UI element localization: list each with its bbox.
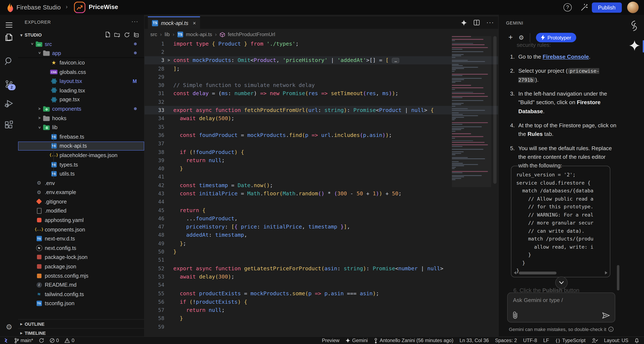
code-line-38[interactable]: 38 if (!foundProduct) { — [145, 148, 498, 156]
code-line-1[interactable]: 1import type { Product } from './types'; — [145, 39, 498, 48]
extensions-icon[interactable] — [0, 118, 18, 132]
code-line-36[interactable]: 36 const foundProduct = mockProducts.fin… — [145, 131, 498, 140]
status-right-antonello-zanini-56-minutes-ago[interactable]: Antonello Zanini (56 minutes ago) — [374, 338, 454, 343]
rules-code-block[interactable]: rules_version = '2'; service cloud.fires… — [511, 166, 610, 277]
code-line-41[interactable]: 41 — [145, 173, 498, 181]
gear-icon[interactable]: ⚙ — [518, 34, 524, 41]
code-line-44[interactable]: 44 — [145, 198, 498, 206]
help-icon[interactable]: ? — [564, 3, 572, 11]
code-line-48[interactable]: 48 addedAt: timestamp, — [145, 231, 498, 239]
file-row-next.config.ts[interactable]: Nnext.config.ts — [18, 243, 144, 253]
code-line-37[interactable]: 37 — [145, 139, 498, 148]
info-icon[interactable] — [608, 327, 614, 332]
status-left-sync-icon[interactable] — [39, 338, 44, 343]
status-right-spaces-2[interactable]: Spaces: 2 — [495, 338, 517, 343]
breadcrumb-src[interactable]: src — [150, 31, 157, 37]
breadcrumb-file[interactable]: mock-api.ts — [186, 31, 212, 37]
code-line-58[interactable]: 58 } — [145, 314, 498, 323]
publish-button[interactable]: Publish — [592, 2, 622, 13]
code-line-47[interactable]: 47 priceHistory: [{ price: initialPrice,… — [145, 223, 498, 231]
gemini-input[interactable]: Ask Gemini or type / — [507, 293, 615, 323]
close-icon[interactable]: × — [193, 20, 196, 26]
split-editor-icon[interactable] — [474, 20, 480, 25]
explorer-icon[interactable] — [0, 30, 18, 44]
fold-icon[interactable]: > — [164, 58, 173, 62]
file-row-.env.example[interactable]: ⚙.env.example — [18, 188, 144, 197]
search-icon[interactable] — [0, 54, 18, 68]
status-right-preview[interactable]: Preview — [322, 338, 339, 343]
code-line-52[interactable]: 52export async function getLatestPriceFo… — [145, 264, 498, 273]
code-line-34[interactable]: 34 await delay(500); — [145, 114, 498, 123]
code-line-53[interactable]: 53 await delay(300); — [145, 273, 498, 281]
collapse-all-icon[interactable] — [134, 32, 139, 38]
file-row-package-lock.json[interactable]: package-lock.json — [18, 253, 144, 262]
code-line-30[interactable]: 30// Simple function to simulate network… — [145, 81, 498, 89]
file-row-layout.tsx[interactable]: layout.tsxM — [18, 76, 144, 86]
new-file-icon[interactable] — [105, 32, 110, 38]
file-row-tsconfig.json[interactable]: TStsconfig.json — [18, 299, 144, 308]
status-right-person-check-icon[interactable] — [592, 338, 598, 343]
code-line-49[interactable]: 49 }; — [145, 239, 498, 248]
chevron-down-icon[interactable]: > — [38, 50, 42, 56]
code-line-57[interactable]: 57 return null; — [145, 306, 498, 314]
new-chat-icon[interactable]: + — [508, 33, 513, 42]
file-row-.gitignore[interactable]: .gitignore — [18, 197, 144, 206]
code-line-35[interactable]: 35 — [145, 123, 498, 131]
status-right-gemini[interactable]: Gemini — [346, 338, 368, 343]
file-row-mock-api.ts[interactable]: TSmock-api.ts — [18, 141, 144, 151]
gemini-star-icon[interactable] — [629, 40, 640, 51]
file-row-package.json[interactable]: package.json — [18, 262, 144, 271]
file-row-globals.css[interactable]: CSSglobals.css — [18, 67, 144, 76]
code-line-54[interactable]: 54 — [145, 281, 498, 289]
code-line-28[interactable]: 28]; — [145, 64, 498, 73]
chevron-down-icon[interactable]: > — [30, 41, 34, 47]
status-left-remote-icon[interactable] — [3, 338, 8, 343]
wand-icon[interactable] — [580, 4, 588, 11]
breadcrumb-lib[interactable]: lib — [165, 31, 170, 37]
source-control-icon[interactable]: 2 — [0, 77, 18, 91]
code-line-56[interactable]: 56 if (!productExists) { — [145, 298, 498, 306]
status-right-typescript[interactable]: {}TypeScript — [555, 338, 585, 343]
menu-icon[interactable] — [0, 18, 18, 32]
code-line-40[interactable]: 40 } — [145, 164, 498, 173]
file-row-apphosting.yaml[interactable]: apphosting.yaml — [18, 215, 144, 225]
status-right-bell-icon[interactable] — [634, 338, 639, 343]
rules-hscrollbar[interactable] — [514, 271, 608, 275]
more-icon[interactable]: ··· — [486, 19, 494, 26]
file-row-types.ts[interactable]: TStypes.ts — [18, 160, 144, 169]
file-row-placeholder-images.json[interactable]: {..}placeholder-images.json — [18, 151, 144, 160]
file-row-app[interactable]: >app — [18, 49, 144, 58]
chevron-right-icon[interactable]: > — [36, 116, 43, 120]
file-row-src[interactable]: ><>src — [18, 39, 144, 49]
scroll-to-bottom-button[interactable] — [555, 277, 568, 289]
run-debug-icon[interactable] — [0, 97, 18, 111]
file-row-.env[interactable]: ⚙.env — [18, 178, 144, 188]
file-row-components[interactable]: >components — [18, 104, 144, 113]
file-row-README.md[interactable]: iREADME.md — [18, 280, 144, 290]
breadcrumb-symbol[interactable]: fetchProductFromUrl — [228, 31, 275, 37]
file-row-lib[interactable]: >lib — [18, 123, 144, 132]
timeline-section[interactable]: ▸TIMELINE — [18, 328, 144, 337]
section-studio[interactable]: ▾ STUDIO — [18, 30, 144, 39]
chevron-down-icon[interactable]: > — [38, 124, 42, 131]
file-row-firebase.ts[interactable]: TSfirebase.ts — [18, 132, 144, 141]
firebase-studio-icon[interactable] — [629, 20, 639, 31]
tab-mock-api[interactable]: TS mock-api.ts × — [148, 16, 200, 29]
code-line-33[interactable]: 33export async function fetchProductFrom… — [145, 106, 498, 114]
code-line-45[interactable]: 45 return { — [145, 206, 498, 214]
chevron-right-icon[interactable]: > — [36, 107, 43, 111]
hscroll-thumb[interactable] — [519, 271, 556, 274]
status-right-lf[interactable]: LF — [543, 338, 549, 343]
minimap[interactable] — [452, 36, 491, 204]
scroll-left-icon[interactable] — [514, 271, 516, 275]
file-row-favicon.ico[interactable]: ★favicon.ico — [18, 58, 144, 67]
code-line-2[interactable]: 2 — [145, 48, 498, 56]
editor-scrollbar[interactable] — [493, 36, 496, 184]
file-row-hooks[interactable]: >hooks — [18, 114, 144, 123]
code-line-50[interactable]: 50} — [145, 248, 498, 256]
scroll-right-icon[interactable] — [605, 271, 608, 275]
status-left-0[interactable]: 0 — [64, 338, 74, 343]
code-line-59[interactable]: 59 — [145, 323, 498, 331]
file-row-page.tsx[interactable]: page.tsx — [18, 95, 144, 104]
send-icon[interactable] — [602, 312, 610, 319]
